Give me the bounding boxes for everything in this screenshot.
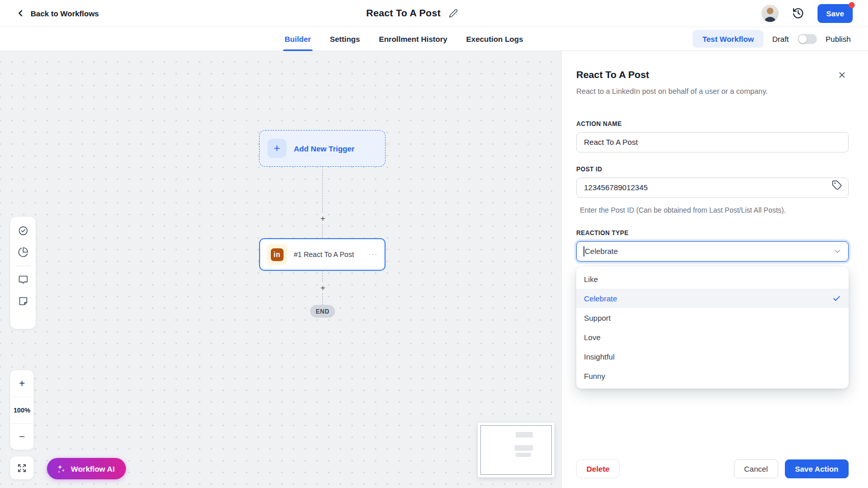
minimap-node [516, 453, 531, 457]
option-celebrate[interactable]: Celebrate [576, 289, 849, 308]
top-bar: Back to Workflows React To A Post Save [0, 0, 868, 27]
save-label: Save [826, 9, 844, 18]
action-node-label: #1 React To A Post [294, 250, 354, 259]
add-step-plus-button[interactable]: + [318, 283, 328, 293]
option-funny[interactable]: Funny [576, 366, 849, 386]
tab-bar-right: Test Workflow Draft Publish [693, 30, 851, 48]
test-workflow-button[interactable]: Test Workflow [693, 30, 763, 48]
zoom-controls: + 100% − [10, 370, 34, 450]
chevron-down-icon [833, 247, 842, 256]
linkedin-icon: in [267, 244, 287, 265]
unsaved-changes-dot [849, 2, 855, 8]
tab-builder[interactable]: Builder [285, 27, 311, 50]
back-to-workflows-button[interactable]: Back to Workflows [15, 8, 99, 18]
panel-footer: Delete Cancel Save Action [576, 459, 849, 478]
workflow-ai-button[interactable]: Workflow AI [47, 458, 126, 479]
cancel-button[interactable]: Cancel [734, 459, 778, 478]
version-history-icon[interactable] [792, 7, 804, 19]
tab-settings[interactable]: Settings [330, 27, 360, 50]
plus-icon: + [267, 139, 287, 158]
action-config-panel: React To A Post React to a LinkedIn post… [561, 51, 868, 488]
zoom-level: 100% [10, 397, 34, 423]
option-love[interactable]: Love [576, 327, 849, 347]
option-support[interactable]: Support [576, 308, 849, 327]
zoom-in-button[interactable]: + [10, 370, 34, 397]
workflow-canvas[interactable]: + Add New Trigger + in #1 React To A Pos… [0, 51, 561, 488]
delete-button[interactable]: Delete [576, 459, 620, 478]
tab-enrollment-history[interactable]: Enrollment History [379, 27, 447, 50]
top-bar-right: Save [761, 4, 853, 23]
check-icon [832, 294, 841, 303]
publish-toggle[interactable] [798, 34, 817, 44]
user-avatar[interactable] [761, 5, 779, 22]
minimap-node [515, 445, 533, 451]
zoom-out-button[interactable]: − [10, 423, 34, 450]
draft-label: Draft [772, 35, 789, 43]
post-id-helper: Enter the Post ID (Can be obtained from … [576, 206, 849, 214]
action-name-label: ACTION NAME [576, 120, 849, 127]
expand-icon [17, 464, 27, 473]
sticky-note-icon[interactable] [18, 296, 29, 306]
save-button[interactable]: Save [818, 4, 853, 23]
node-more-menu[interactable]: ... [368, 250, 378, 259]
canvas-side-toolbar [10, 217, 36, 329]
action-node-react-to-a-post[interactable]: in #1 React To A Post ... [259, 238, 386, 271]
page-title: React To A Post [366, 8, 441, 19]
option-like[interactable]: Like [576, 269, 849, 289]
save-action-button[interactable]: Save Action [785, 459, 849, 478]
end-node: END [310, 305, 335, 318]
publish-label: Publish [826, 35, 851, 43]
text-caret [583, 246, 584, 256]
post-id-label: POST ID [576, 166, 849, 173]
panel-description: React to a LinkedIn post on behalf of a … [576, 87, 849, 97]
post-id-input[interactable] [576, 177, 849, 198]
pie-chart-icon[interactable] [18, 247, 29, 258]
close-panel-button[interactable] [837, 70, 849, 82]
reaction-type-dropdown: Like Celebrate Support Love Insightful F… [576, 267, 849, 389]
edit-title-icon[interactable] [449, 9, 458, 18]
toolbar-divider [15, 266, 31, 266]
tag-variable-icon[interactable] [832, 180, 842, 190]
tab-execution-logs[interactable]: Execution Logs [466, 27, 523, 50]
tab-bar: Builder Settings Enrollment History Exec… [0, 27, 868, 51]
minimap-viewport [480, 425, 552, 475]
fit-view-button[interactable] [10, 456, 34, 479]
back-label: Back to Workflows [31, 9, 99, 18]
comment-icon[interactable] [18, 274, 29, 285]
connector-line [322, 167, 323, 238]
circle-check-icon[interactable] [18, 225, 29, 236]
sparkles-icon [56, 464, 66, 474]
add-step-plus-button[interactable]: + [318, 214, 328, 224]
option-insightful[interactable]: Insightful [576, 347, 849, 366]
reaction-type-value: Celebrate [585, 247, 618, 255]
workflow-ai-label: Workflow AI [71, 465, 115, 473]
tabs: Builder Settings Enrollment History Exec… [285, 27, 523, 50]
action-name-input[interactable] [576, 132, 849, 152]
reaction-type-label: REACTION TYPE [576, 229, 849, 237]
trigger-label: Add New Trigger [294, 144, 354, 153]
chevron-left-icon [15, 8, 25, 18]
close-icon [837, 70, 847, 80]
add-new-trigger-node[interactable]: + Add New Trigger [259, 130, 386, 167]
minimap-node [516, 432, 533, 438]
panel-title: React To A Post [576, 69, 649, 81]
minimap[interactable] [478, 423, 554, 477]
workflow-title-wrap: React To A Post [366, 8, 458, 19]
reaction-type-select[interactable]: Celebrate [576, 241, 849, 262]
toggle-knob [799, 35, 807, 43]
main-area: + Add New Trigger + in #1 React To A Pos… [0, 51, 868, 488]
